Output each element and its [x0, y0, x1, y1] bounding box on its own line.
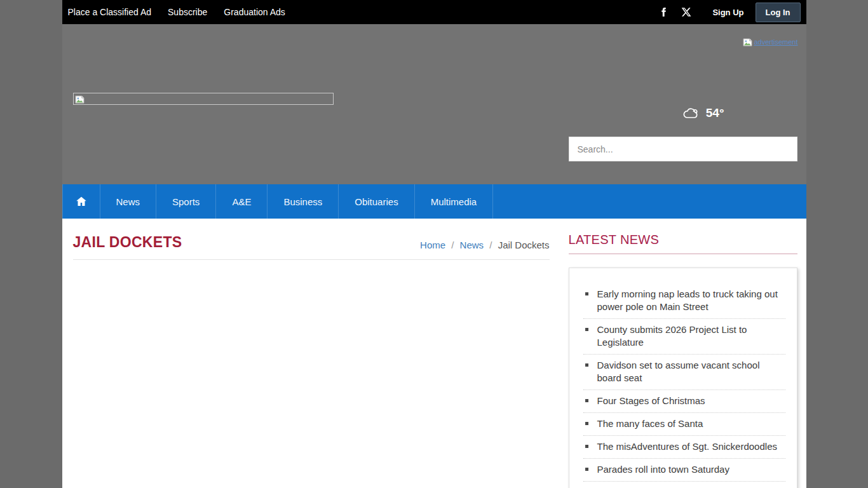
breadcrumb-news[interactable]: News: [460, 240, 484, 250]
latest-news-title: LATEST NEWS: [569, 233, 797, 254]
search-input[interactable]: [569, 137, 797, 161]
sidebar: LATEST NEWS Early morning nap leads to t…: [569, 219, 797, 488]
home-icon: [75, 195, 88, 208]
place-classified-ad-link[interactable]: Place a Classified Ad: [68, 7, 152, 17]
breadcrumb-home[interactable]: Home: [420, 240, 445, 250]
latest-news-item[interactable]: Four Stages of Christmas: [583, 390, 785, 413]
breadcrumb-current: Jail Dockets: [498, 240, 550, 250]
graduation-ads-link[interactable]: Graduation Ads: [224, 7, 285, 17]
breadcrumb: Home / News / Jail Dockets: [420, 240, 549, 251]
broken-image-icon: [75, 95, 85, 103]
latest-news-item[interactable]: Davidson set to assume vacant school boa…: [583, 355, 785, 390]
x-icon[interactable]: [681, 6, 692, 18]
broken-image-icon: [743, 37, 752, 46]
sign-up-link[interactable]: Sign Up: [712, 8, 743, 17]
site-header: advertisement 54°: [62, 24, 806, 184]
nav-item-multimedia[interactable]: Multimedia: [414, 184, 494, 219]
latest-news-card: Early morning nap leads to truck taking …: [569, 268, 797, 488]
latest-news-item[interactable]: Early morning nap leads to truck taking …: [583, 283, 785, 319]
latest-news-item[interactable]: The misAdventures of Sgt. Snickerdoodles: [583, 436, 785, 459]
nav-item-news[interactable]: News: [100, 184, 156, 219]
main-nav: News Sports A&E Business Obituaries Mult…: [62, 184, 806, 219]
latest-news-item[interactable]: Now, Let's Carve the Eel: [583, 482, 785, 488]
header-ad-alt-text: advertisement: [754, 38, 797, 46]
nav-item-obituaries[interactable]: Obituaries: [338, 184, 414, 219]
nav-item-sports[interactable]: Sports: [156, 184, 215, 219]
cloud-icon: [682, 105, 701, 121]
latest-news-list: Early morning nap leads to truck taking …: [583, 283, 785, 488]
nav-home-tab[interactable]: [62, 184, 100, 219]
article-column: JAIL DOCKETS Home / News / Jail Dockets: [73, 219, 550, 488]
latest-news-item[interactable]: Parades roll into town Saturday: [583, 459, 785, 482]
facebook-icon[interactable]: [658, 6, 669, 18]
weather-widget[interactable]: 54°: [682, 105, 724, 121]
nav-item-ae[interactable]: A&E: [215, 184, 267, 219]
header-ad-broken-image[interactable]: advertisement: [743, 37, 797, 46]
log-in-button[interactable]: Log In: [756, 3, 801, 22]
temperature-value: 54°: [706, 106, 724, 120]
page-wrapper: Place a Classified Ad Subscribe Graduati…: [62, 0, 806, 488]
breadcrumb-separator: /: [489, 240, 492, 250]
latest-news-item[interactable]: County submits 2026 Project List to Legi…: [583, 319, 785, 355]
subscribe-link[interactable]: Subscribe: [168, 7, 207, 17]
latest-news-item[interactable]: The many faces of Santa: [583, 413, 785, 436]
site-logo-broken-image[interactable]: [73, 93, 334, 105]
title-divider: [73, 259, 550, 260]
topbar: Place a Classified Ad Subscribe Graduati…: [62, 0, 806, 24]
breadcrumb-separator: /: [451, 240, 454, 250]
main-content: JAIL DOCKETS Home / News / Jail Dockets …: [62, 219, 806, 488]
page-title: JAIL DOCKETS: [73, 234, 182, 251]
topbar-links: Place a Classified Ad Subscribe Graduati…: [68, 7, 285, 17]
topbar-right: Sign Up Log In: [658, 3, 800, 22]
nav-item-business[interactable]: Business: [267, 184, 338, 219]
